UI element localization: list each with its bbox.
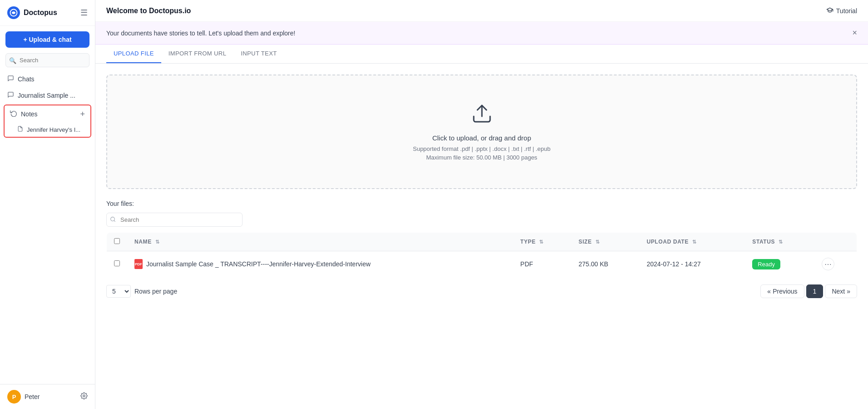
sidebar-item-chats[interactable]: Chats [0, 71, 95, 87]
row-size-cell: 275.00 KB [571, 251, 640, 277]
sidebar-item-journalist[interactable]: Journalist Sample ... [0, 87, 95, 104]
settings-icon[interactable] [80, 392, 88, 401]
files-section-title: Your files: [106, 200, 857, 207]
type-sort-icon: ⇅ [539, 239, 544, 244]
table-row: PDF Journalist Sample Case _ TRANSCRIPT-… [107, 251, 857, 277]
banner-text: Your documents have stories to tell. Let… [106, 30, 295, 37]
rows-per-page-select[interactable]: 5 10 25 50 [106, 285, 131, 298]
notes-header[interactable]: Notes + [5, 105, 90, 122]
sidebar-footer: P Peter [0, 384, 95, 409]
status-badge: Ready [752, 259, 780, 269]
date-sort-icon: ⇅ [692, 239, 697, 244]
file-search-input[interactable] [106, 213, 243, 227]
row-checkbox[interactable] [114, 260, 120, 266]
next-chevron-icon: » [847, 288, 850, 295]
main-header: Welcome to Doctopus.io Tutorial [95, 0, 868, 22]
banner: Your documents have stories to tell. Let… [95, 22, 868, 45]
svg-point-1 [13, 12, 15, 14]
logo-area: Doctopus [7, 6, 57, 19]
upload-icon [116, 103, 847, 129]
tutorial-label: Tutorial [836, 7, 857, 15]
page-title: Welcome to Doctopus.io [106, 7, 191, 15]
sidebar: Doctopus ☰ + Upload & chat 🔍 Chats Journ… [0, 0, 95, 409]
tab-input-text[interactable]: INPUT TEXT [233, 45, 284, 63]
main-content: Welcome to Doctopus.io Tutorial Your doc… [95, 0, 868, 409]
journalist-chat-icon [7, 91, 14, 100]
select-all-checkbox[interactable] [114, 238, 120, 244]
notes-label: Notes [21, 110, 38, 118]
tab-upload-file[interactable]: UPLOAD FILE [106, 45, 161, 63]
table-header-name[interactable]: NAME ⇅ [127, 233, 513, 251]
app-name: Doctopus [24, 9, 57, 17]
previous-button[interactable]: « Previous [760, 284, 804, 298]
table-body: PDF Journalist Sample Case _ TRANSCRIPT-… [107, 251, 857, 277]
pagination-area: 5 10 25 50 Rows per page « Previous 1 Ne… [106, 284, 857, 298]
table-header: NAME ⇅ TYPE ⇅ SIZE ⇅ UPLOAD DATE ⇅ [107, 233, 857, 251]
table-header-checkbox [107, 233, 128, 251]
name-sort-icon: ⇅ [155, 239, 160, 244]
banner-close-button[interactable]: × [852, 28, 857, 38]
row-actions-cell: ⋯ [814, 251, 857, 277]
notes-section: Notes + Jennifer Harvey's I... [4, 105, 91, 138]
sidebar-header: Doctopus ☰ [0, 0, 95, 26]
chats-icon [7, 75, 14, 83]
notes-header-left: Notes [10, 110, 38, 118]
size-sort-icon: ⇅ [595, 239, 600, 244]
table-header-type[interactable]: TYPE ⇅ [513, 233, 571, 251]
page-1-button[interactable]: 1 [806, 284, 823, 298]
table-header-status[interactable]: STATUS ⇅ [745, 233, 814, 251]
notes-add-button[interactable]: + [80, 110, 85, 118]
user-area: P Peter [7, 390, 40, 404]
user-name: Peter [25, 393, 40, 400]
tabs-area: UPLOAD FILE IMPORT FROM URL INPUT TEXT [95, 45, 868, 64]
svg-line-5 [114, 220, 115, 221]
hamburger-icon[interactable]: ☰ [80, 8, 88, 18]
note-doc-icon [17, 126, 23, 133]
tab-import-url[interactable]: IMPORT FROM URL [161, 45, 233, 63]
table-header-size[interactable]: SIZE ⇅ [571, 233, 640, 251]
table-header-upload-date[interactable]: UPLOAD DATE ⇅ [640, 233, 745, 251]
rows-per-page-label: Rows per page [134, 288, 177, 295]
status-sort-icon: ⇅ [779, 239, 783, 244]
dropzone[interactable]: Click to upload, or drag and drop Suppor… [106, 75, 857, 189]
sidebar-search-container: 🔍 [5, 53, 89, 67]
row-more-button[interactable]: ⋯ [822, 258, 834, 270]
logo-icon [7, 6, 20, 19]
sidebar-search-input[interactable] [5, 53, 89, 67]
row-date-cell: 2024-07-12 - 14:27 [640, 251, 745, 277]
pdf-icon: PDF [134, 259, 143, 269]
notes-sub-item-jennifer[interactable]: Jennifer Harvey's I... [5, 122, 90, 137]
rows-per-page-container: 5 10 25 50 Rows per page [106, 285, 177, 298]
file-name: Journalist Sample Case _ TRANSCRIPT----J… [146, 260, 371, 268]
row-status-cell: Ready [745, 251, 814, 277]
row-checkbox-cell [107, 251, 128, 277]
pagination-controls: « Previous 1 Next » [760, 284, 857, 298]
user-avatar: P [7, 390, 21, 404]
file-search-icon [110, 216, 116, 224]
row-name-cell: PDF Journalist Sample Case _ TRANSCRIPT-… [127, 251, 513, 277]
sidebar-search-icon: 🔍 [9, 57, 16, 64]
table-header-actions [814, 233, 857, 251]
dropzone-size-text: Maximum file size: 50.00 MB | 3000 pages [116, 154, 847, 161]
file-search-container [106, 213, 243, 227]
tutorial-icon [826, 6, 833, 15]
dropzone-main-text: Click to upload, or drag and drop [116, 134, 847, 142]
notes-circle-icon [10, 110, 17, 118]
files-table: NAME ⇅ TYPE ⇅ SIZE ⇅ UPLOAD DATE ⇅ [106, 232, 857, 277]
content-area: Click to upload, or drag and drop Suppor… [95, 64, 868, 309]
dropzone-sub-text: Supported format .pdf | .pptx | .docx | … [116, 145, 847, 152]
sidebar-item-journalist-label: Journalist Sample ... [18, 92, 75, 99]
notes-sub-item-label: Jennifer Harvey's I... [27, 126, 80, 133]
tutorial-link[interactable]: Tutorial [826, 6, 857, 15]
row-type-cell: PDF [513, 251, 571, 277]
next-button[interactable]: Next » [825, 284, 857, 298]
prev-chevron-icon: « [767, 288, 771, 295]
upload-chat-button[interactable]: + Upload & chat [5, 31, 89, 48]
sidebar-item-chats-label: Chats [18, 75, 35, 83]
svg-point-2 [83, 395, 85, 397]
